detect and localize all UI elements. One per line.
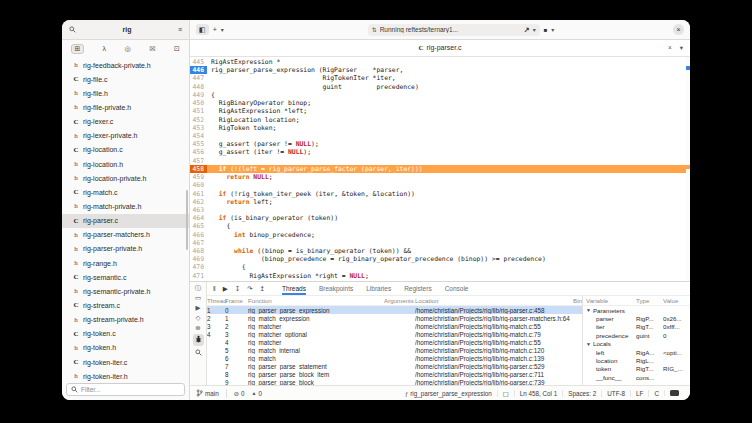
thread-row[interactable]: 5rig_match_internal/home/christian/Proje… xyxy=(207,346,582,354)
variable-row[interactable]: iterRigT...0xfff... xyxy=(583,323,690,331)
file-item[interactable]: hrig-file.h xyxy=(62,86,189,100)
cursor-position[interactable]: Ln 458, Col 1 xyxy=(514,390,562,397)
thread-row[interactable]: 32rig_matcher/home/christian/Projects/ri… xyxy=(207,322,582,330)
output-icon[interactable]: ▭ xyxy=(195,295,201,302)
continue-button[interactable]: ▶ xyxy=(223,285,228,293)
line-number[interactable]: 466 xyxy=(190,231,207,239)
code-line[interactable]: 457 xyxy=(190,157,690,165)
line-number[interactable]: 452 xyxy=(190,116,207,124)
breakpoints-icon[interactable]: ◇ xyxy=(196,315,201,322)
line-number[interactable]: 451 xyxy=(190,107,207,115)
stop-button[interactable]: ■ xyxy=(544,27,548,33)
file-item[interactable]: Crig-location.c xyxy=(62,143,189,157)
line-ending[interactable]: LF xyxy=(630,390,648,397)
thread-row[interactable]: 43rig_matcher_optional/home/christian/Pr… xyxy=(207,330,582,338)
code-editor[interactable]: 445RigAstExpression *446rig_parser_parse… xyxy=(190,57,690,281)
file-item[interactable]: Crig-stream.c xyxy=(62,298,189,312)
debugger-icon[interactable] xyxy=(193,334,204,346)
stop-caret-icon[interactable]: ▾ xyxy=(551,26,554,33)
code-line[interactable]: 463 xyxy=(190,206,690,214)
run-caret-icon[interactable]: ▾ xyxy=(533,26,536,33)
file-item[interactable]: hrig-location-private.h xyxy=(62,171,189,185)
code-line[interactable]: 450 RigBinaryOperator binop; xyxy=(190,99,690,107)
build-icon[interactable]: ⊡ xyxy=(174,45,180,53)
line-number[interactable]: 456 xyxy=(190,148,207,156)
language-mode[interactable]: C xyxy=(648,390,664,397)
function-context[interactable]: ƒ rig_parser_parse_expression xyxy=(400,390,497,397)
file-item[interactable]: hrig-token-iter.h xyxy=(62,369,189,381)
todo-icon[interactable]: ☒ xyxy=(149,45,155,53)
new-tab-caret-icon[interactable]: ▾ xyxy=(221,26,224,33)
window-close-button[interactable]: × xyxy=(673,24,684,35)
line-number[interactable]: 445 xyxy=(190,58,207,66)
file-item[interactable]: hrig-token.h xyxy=(62,341,189,355)
code-line[interactable]: 467 xyxy=(190,239,690,247)
variable-row[interactable]: __func__cons... xyxy=(583,373,690,381)
line-number[interactable]: 454 xyxy=(190,132,207,140)
symbols-icon[interactable]: λ xyxy=(102,45,106,52)
variable-row[interactable]: tokenRigT...RIG_... xyxy=(583,365,690,373)
search-icon[interactable] xyxy=(69,26,76,34)
code-line[interactable]: 461 if (!rig_token_iter_peek (iter, &tok… xyxy=(190,190,690,198)
thread-row[interactable]: 4rig_matcher/home/christian/Projects/rig… xyxy=(207,338,582,346)
editor-scrollbar[interactable] xyxy=(686,57,690,281)
code-line[interactable]: 468 while ((binop = is_binary_operator (… xyxy=(190,247,690,255)
variable-row[interactable]: locationRigL... xyxy=(583,356,690,364)
file-item[interactable]: hrig-parser-private.h xyxy=(62,242,189,256)
sidebar-scrollbar[interactable] xyxy=(186,190,188,250)
code-line[interactable]: 462 return left; xyxy=(190,198,690,206)
thread-row[interactable]: 9rig_parser_parse_block/home/christian/P… xyxy=(207,378,582,385)
file-item[interactable]: hrig-feedback-private.h xyxy=(62,58,189,72)
code-line[interactable]: 453 RigToken token; xyxy=(190,124,690,132)
file-item[interactable]: hrig-file-private.h xyxy=(62,100,189,114)
menu-icon[interactable]: ≡ xyxy=(178,26,182,33)
file-item[interactable]: hrig-range.h xyxy=(62,256,189,270)
line-number[interactable]: 470 xyxy=(190,263,207,271)
line-number[interactable]: 467 xyxy=(190,239,207,247)
debugger-tab-libraries[interactable]: Libraries xyxy=(366,282,391,295)
line-number[interactable]: 465 xyxy=(190,222,207,230)
variable-group[interactable]: ▼Parameters xyxy=(583,306,690,314)
search-icon[interactable] xyxy=(195,349,202,358)
line-number[interactable]: 471 xyxy=(190,272,207,280)
documentation-icon[interactable]: ◎ xyxy=(125,45,131,53)
thread-row[interactable]: 6rig_match/home/christian/Projects/rig/l… xyxy=(207,354,582,362)
line-number[interactable]: 462 xyxy=(190,198,207,206)
file-item[interactable]: Crig-lexer.c xyxy=(62,115,189,129)
file-item[interactable]: hrig-stream-private.h xyxy=(62,313,189,327)
project-tree-icon[interactable]: ⊞ xyxy=(71,44,84,54)
file-item[interactable]: hrig-match-private.h xyxy=(62,199,189,213)
thread-row[interactable]: 21rig_match_expression/home/christian/Pr… xyxy=(207,314,582,322)
run-icon[interactable]: ↗ xyxy=(524,26,530,34)
line-number[interactable]: 453 xyxy=(190,124,207,132)
code-line[interactable]: 455 g_assert (parser != NULL); xyxy=(190,140,690,148)
tab-list-caret-icon[interactable]: ▾ xyxy=(680,44,683,52)
code-line[interactable]: 459 return NULL; xyxy=(190,173,690,181)
code-line[interactable]: 452 RigLocation location; xyxy=(190,116,690,124)
line-number[interactable]: 464 xyxy=(190,214,207,222)
code-line[interactable]: 456 g_assert (iter != NULL); xyxy=(190,148,690,156)
expander-icon[interactable]: ▼ xyxy=(586,341,591,347)
code-line[interactable]: 447 RigTokenIter *iter, xyxy=(190,74,690,82)
step-out-button[interactable]: ↥ xyxy=(260,285,265,293)
line-number[interactable]: 458 xyxy=(190,165,207,173)
file-item[interactable]: Crig-match.c xyxy=(62,185,189,199)
code-line[interactable]: 465 { xyxy=(190,222,690,230)
line-number[interactable]: 449 xyxy=(190,91,207,99)
filter-input[interactable]: Filter... xyxy=(66,383,185,396)
debugger-tab-threads[interactable]: Threads xyxy=(282,282,306,295)
panel-square-icon[interactable]: ▢ xyxy=(497,390,514,397)
line-number[interactable]: 468 xyxy=(190,247,207,255)
indentation[interactable]: Spaces: 2 xyxy=(562,390,601,397)
thread-row[interactable]: 8rig_parser_parse_block_item/home/christ… xyxy=(207,370,582,378)
step-in-button[interactable]: ↧ xyxy=(235,285,240,293)
variable-group[interactable]: ▼Locals xyxy=(583,340,690,348)
branch-indicator[interactable]: main xyxy=(196,389,219,398)
code-line[interactable]: 445RigAstExpression * xyxy=(190,58,690,66)
debugger-tab-breakpoints[interactable]: Breakpoints xyxy=(319,282,353,295)
pause-button[interactable]: ‖ xyxy=(213,285,216,292)
file-item[interactable]: hrig-semantic-private.h xyxy=(62,284,189,298)
line-number[interactable]: 446 xyxy=(190,66,207,74)
new-tab-button[interactable]: + xyxy=(213,26,217,33)
editor-tab[interactable]: Crig-parser.c xyxy=(418,44,461,52)
